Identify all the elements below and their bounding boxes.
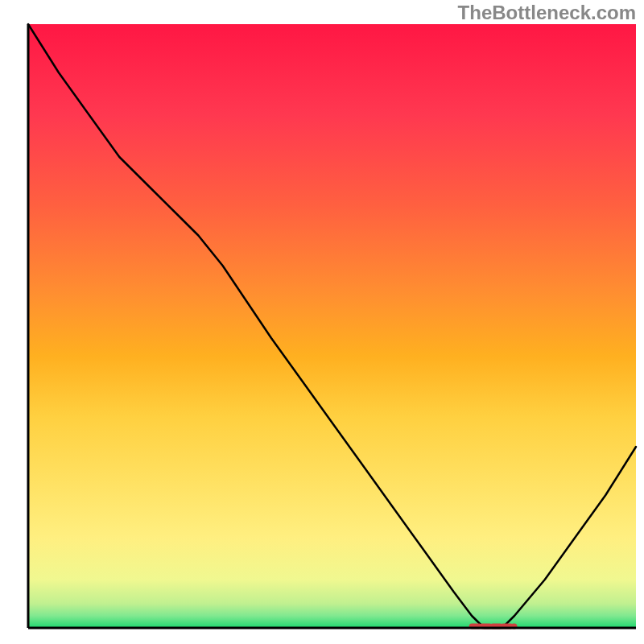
chart-container xyxy=(0,0,644,644)
chart-svg xyxy=(0,0,644,644)
watermark-text: TheBottleneck.com xyxy=(458,2,636,24)
gradient-background xyxy=(28,24,636,628)
